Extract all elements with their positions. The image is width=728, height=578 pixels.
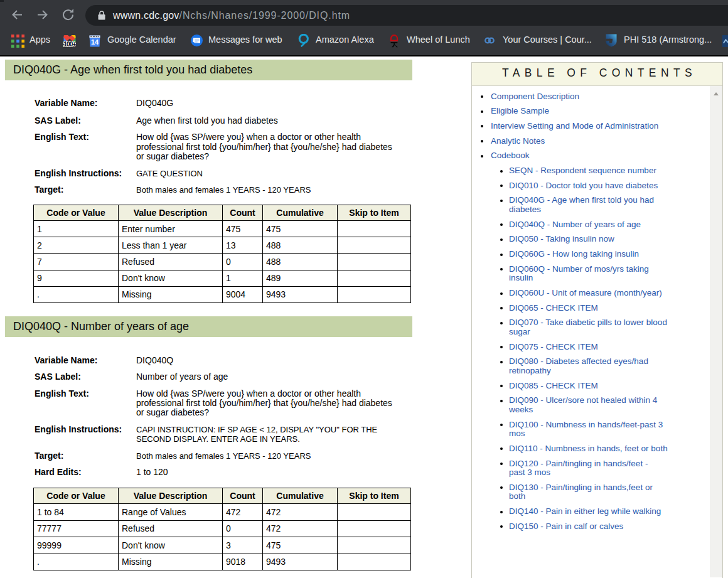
svg-text:14: 14 [91,38,99,46]
svg-text:100+: 100+ [63,41,76,48]
